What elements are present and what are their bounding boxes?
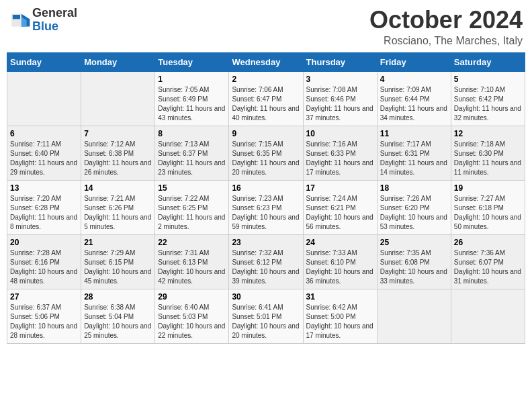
day-number: 15	[158, 183, 226, 193]
day-number: 30	[232, 292, 300, 302]
calendar-cell: 17Sunrise: 7:24 AM Sunset: 6:21 PM Dayli…	[303, 180, 377, 234]
day-detail: Sunrise: 7:12 AM Sunset: 6:38 PM Dayligh…	[84, 140, 152, 177]
day-number: 10	[306, 129, 374, 138]
calendar-cell: 7Sunrise: 7:12 AM Sunset: 6:38 PM Daylig…	[81, 126, 155, 180]
title-block: October 2024 Rosciano, The Marches, Ital…	[369, 7, 523, 47]
day-detail: Sunrise: 7:20 AM Sunset: 6:28 PM Dayligh…	[10, 194, 78, 232]
day-number: 29	[158, 292, 226, 302]
day-number: 4	[380, 75, 448, 84]
day-detail: Sunrise: 6:42 AM Sunset: 5:00 PM Dayligh…	[306, 303, 374, 340]
header-row: SundayMondayTuesdayWednesdayThursdayFrid…	[7, 52, 525, 71]
calendar-cell: 30Sunrise: 6:41 AM Sunset: 5:01 PM Dayli…	[229, 289, 303, 343]
day-detail: Sunrise: 7:21 AM Sunset: 6:26 PM Dayligh…	[84, 194, 152, 232]
day-detail: Sunrise: 7:22 AM Sunset: 6:25 PM Dayligh…	[158, 194, 226, 232]
day-detail: Sunrise: 6:38 AM Sunset: 5:04 PM Dayligh…	[84, 303, 152, 340]
calendar-cell: 27Sunrise: 6:37 AM Sunset: 5:06 PM Dayli…	[7, 289, 81, 343]
calendar-cell: 18Sunrise: 7:26 AM Sunset: 6:20 PM Dayli…	[377, 180, 451, 234]
day-number: 31	[306, 292, 374, 302]
day-detail: Sunrise: 7:27 AM Sunset: 6:18 PM Dayligh…	[454, 194, 522, 232]
day-detail: Sunrise: 7:17 AM Sunset: 6:31 PM Dayligh…	[380, 140, 448, 177]
week-row-4: 20Sunrise: 7:28 AM Sunset: 6:16 PM Dayli…	[7, 234, 525, 289]
day-number: 2	[232, 75, 300, 84]
calendar-cell: 3Sunrise: 7:08 AM Sunset: 6:46 PM Daylig…	[303, 71, 377, 126]
calendar-cell	[451, 289, 525, 343]
day-number: 3	[306, 75, 374, 84]
day-number: 9	[232, 129, 300, 138]
calendar-cell: 10Sunrise: 7:16 AM Sunset: 6:33 PM Dayli…	[303, 126, 377, 180]
day-number: 8	[158, 129, 226, 138]
day-detail: Sunrise: 7:31 AM Sunset: 6:13 PM Dayligh…	[158, 248, 226, 286]
day-number: 27	[10, 292, 78, 302]
calendar-cell	[7, 71, 81, 126]
calendar-cell: 20Sunrise: 7:28 AM Sunset: 6:16 PM Dayli…	[7, 234, 81, 289]
day-number: 22	[158, 238, 226, 247]
day-detail: Sunrise: 6:40 AM Sunset: 5:03 PM Dayligh…	[158, 303, 226, 340]
calendar-cell: 28Sunrise: 6:38 AM Sunset: 5:04 PM Dayli…	[81, 289, 155, 343]
day-number: 24	[306, 238, 374, 247]
calendar-cell: 4Sunrise: 7:09 AM Sunset: 6:44 PM Daylig…	[377, 71, 451, 126]
header-day-tuesday: Tuesday	[155, 52, 229, 71]
calendar-cell: 19Sunrise: 7:27 AM Sunset: 6:18 PM Dayli…	[451, 180, 525, 234]
day-number: 7	[84, 129, 152, 138]
day-number: 16	[232, 183, 300, 193]
calendar-body: 1Sunrise: 7:05 AM Sunset: 6:49 PM Daylig…	[7, 71, 525, 343]
day-number: 14	[84, 183, 152, 193]
header-day-sunday: Sunday	[7, 52, 81, 71]
calendar-cell: 14Sunrise: 7:21 AM Sunset: 6:26 PM Dayli…	[81, 180, 155, 234]
calendar-cell: 25Sunrise: 7:35 AM Sunset: 6:08 PM Dayli…	[377, 234, 451, 289]
week-row-2: 6Sunrise: 7:11 AM Sunset: 6:40 PM Daylig…	[7, 126, 525, 180]
calendar-table: SundayMondayTuesdayWednesdayThursdayFrid…	[7, 52, 525, 344]
day-detail: Sunrise: 7:10 AM Sunset: 6:42 PM Dayligh…	[454, 85, 522, 123]
day-number: 19	[454, 183, 522, 193]
day-detail: Sunrise: 7:24 AM Sunset: 6:21 PM Dayligh…	[306, 194, 374, 232]
day-number: 28	[84, 292, 152, 302]
day-detail: Sunrise: 7:13 AM Sunset: 6:37 PM Dayligh…	[158, 140, 226, 177]
day-detail: Sunrise: 7:11 AM Sunset: 6:40 PM Dayligh…	[10, 140, 78, 177]
calendar-cell: 1Sunrise: 7:05 AM Sunset: 6:49 PM Daylig…	[155, 71, 229, 126]
day-detail: Sunrise: 7:06 AM Sunset: 6:47 PM Dayligh…	[232, 85, 300, 123]
day-number: 12	[454, 129, 522, 138]
day-detail: Sunrise: 7:15 AM Sunset: 6:35 PM Dayligh…	[232, 140, 300, 177]
day-number: 5	[454, 75, 522, 84]
day-detail: Sunrise: 7:32 AM Sunset: 6:12 PM Dayligh…	[232, 248, 300, 286]
day-number: 26	[454, 238, 522, 247]
day-number: 11	[380, 129, 448, 138]
week-row-5: 27Sunrise: 6:37 AM Sunset: 5:06 PM Dayli…	[7, 289, 525, 343]
logo-text-line1: General	[32, 7, 77, 20]
calendar-cell: 6Sunrise: 7:11 AM Sunset: 6:40 PM Daylig…	[7, 126, 81, 180]
day-detail: Sunrise: 7:26 AM Sunset: 6:20 PM Dayligh…	[380, 194, 448, 232]
header-day-thursday: Thursday	[303, 52, 377, 71]
header-day-friday: Friday	[377, 52, 451, 71]
day-detail: Sunrise: 7:09 AM Sunset: 6:44 PM Dayligh…	[380, 85, 448, 123]
calendar-cell: 12Sunrise: 7:18 AM Sunset: 6:30 PM Dayli…	[451, 126, 525, 180]
day-detail: Sunrise: 7:28 AM Sunset: 6:16 PM Dayligh…	[10, 248, 78, 286]
main-title: October 2024	[369, 7, 523, 34]
header-day-monday: Monday	[81, 52, 155, 71]
svg-rect-3	[13, 15, 20, 19]
day-number: 6	[10, 129, 78, 138]
calendar-cell: 31Sunrise: 6:42 AM Sunset: 5:00 PM Dayli…	[303, 289, 377, 343]
calendar-cell: 29Sunrise: 6:40 AM Sunset: 5:03 PM Dayli…	[155, 289, 229, 343]
logo-text-line2: Blue	[32, 20, 77, 34]
logo-icon	[9, 9, 31, 31]
day-detail: Sunrise: 7:36 AM Sunset: 6:07 PM Dayligh…	[454, 248, 522, 286]
day-number: 25	[380, 238, 448, 247]
calendar-cell: 11Sunrise: 7:17 AM Sunset: 6:31 PM Dayli…	[377, 126, 451, 180]
day-detail: Sunrise: 7:29 AM Sunset: 6:15 PM Dayligh…	[84, 248, 152, 286]
calendar-cell: 8Sunrise: 7:13 AM Sunset: 6:37 PM Daylig…	[155, 126, 229, 180]
header-day-wednesday: Wednesday	[229, 52, 303, 71]
day-detail: Sunrise: 7:33 AM Sunset: 6:10 PM Dayligh…	[306, 248, 374, 286]
day-number: 13	[10, 183, 78, 193]
header-day-saturday: Saturday	[451, 52, 525, 71]
calendar-cell: 23Sunrise: 7:32 AM Sunset: 6:12 PM Dayli…	[229, 234, 303, 289]
calendar-cell: 9Sunrise: 7:15 AM Sunset: 6:35 PM Daylig…	[229, 126, 303, 180]
logo: General Blue	[9, 7, 77, 34]
calendar-cell	[377, 289, 451, 343]
day-detail: Sunrise: 7:16 AM Sunset: 6:33 PM Dayligh…	[306, 140, 374, 177]
day-number: 23	[232, 238, 300, 247]
calendar-cell: 16Sunrise: 7:23 AM Sunset: 6:23 PM Dayli…	[229, 180, 303, 234]
calendar-cell: 22Sunrise: 7:31 AM Sunset: 6:13 PM Dayli…	[155, 234, 229, 289]
calendar-cell: 5Sunrise: 7:10 AM Sunset: 6:42 PM Daylig…	[451, 71, 525, 126]
day-detail: Sunrise: 7:23 AM Sunset: 6:23 PM Dayligh…	[232, 194, 300, 232]
calendar-header: SundayMondayTuesdayWednesdayThursdayFrid…	[7, 52, 525, 71]
